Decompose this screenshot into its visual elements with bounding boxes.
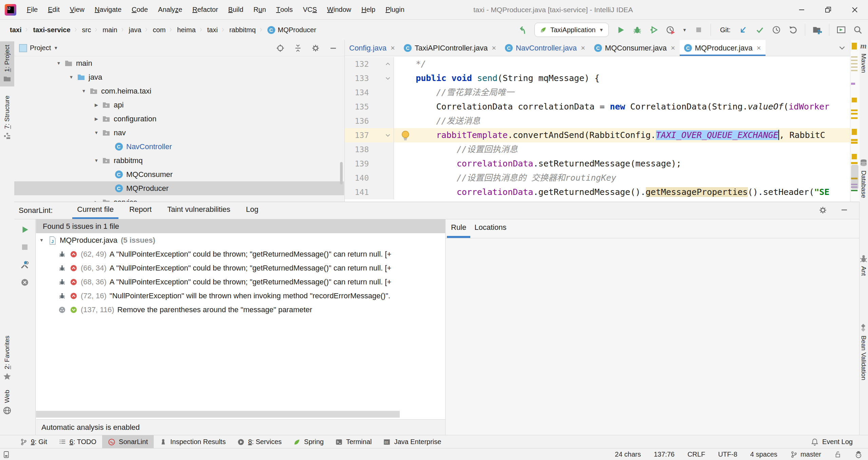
- error-stripe-mark[interactable]: [851, 83, 855, 85]
- code-line[interactable]: 138 //设置回执消息: [345, 142, 850, 157]
- menu-item-view[interactable]: View: [65, 0, 90, 19]
- tree-item-java[interactable]: ▼java: [14, 70, 344, 84]
- menu-item-plugin[interactable]: Plugin: [380, 0, 410, 19]
- editor-tab[interactable]: CTaxiAPIController.java×: [399, 40, 501, 56]
- editor-tab[interactable]: CMQProducer.java×: [680, 40, 766, 56]
- project-scrollbar[interactable]: [340, 162, 343, 184]
- project-structure-button[interactable]: [812, 25, 822, 35]
- menu-item-run[interactable]: Run: [248, 0, 271, 19]
- issue-row[interactable]: (66, 34)A "NullPointerException" could b…: [36, 261, 445, 275]
- error-stripe-mark[interactable]: [851, 70, 857, 71]
- tree-arrow[interactable]: ▶: [92, 116, 101, 121]
- configure-tools-button[interactable]: [20, 260, 30, 269]
- error-stripe-mark[interactable]: [852, 43, 857, 49]
- fold-icon[interactable]: [384, 60, 392, 68]
- git-rollback-button[interactable]: [788, 25, 798, 35]
- tool-window-button-inspection-results[interactable]: Inspection Results: [154, 435, 231, 448]
- debug-button[interactable]: [633, 25, 642, 35]
- tab-close-icon[interactable]: ×: [757, 44, 761, 53]
- error-stripe-mark[interactable]: [851, 66, 857, 68]
- profiler-button[interactable]: [666, 25, 675, 35]
- menu-item-edit[interactable]: Edit: [43, 0, 64, 19]
- editor-error-stripe[interactable]: [850, 40, 860, 202]
- git-commit-button[interactable]: [755, 25, 765, 35]
- tool-window-button----todo[interactable]: 6: TODO: [53, 435, 102, 448]
- breadcrumb-item[interactable]: main: [100, 25, 119, 35]
- tool-window-switcher-icon[interactable]: [3, 451, 11, 459]
- stripe-button-ant[interactable]: Ant: [859, 254, 868, 276]
- tool-window-button-event-log[interactable]: Event Log: [805, 435, 858, 448]
- tool-window-button----git[interactable]: 9: Git: [14, 435, 53, 448]
- tab-close-icon[interactable]: ×: [581, 44, 585, 53]
- breadcrumb-item[interactable]: rabbitmq: [227, 25, 258, 35]
- error-stripe-mark[interactable]: [851, 63, 857, 64]
- tool-window-button-java-enterprise[interactable]: EEJava Enterprise: [377, 435, 447, 448]
- code-line[interactable]: 134 //雪花算法全局唯一: [345, 85, 850, 100]
- code-line[interactable]: 133 public void send(String mqMessage) {: [345, 71, 850, 85]
- menu-item-help[interactable]: Help: [356, 0, 380, 19]
- stripe-button-2--favorites[interactable]: 2: Favorites: [0, 332, 14, 384]
- issue-row[interactable]: (62, 49)A "NullPointerException" could b…: [36, 247, 445, 261]
- status-widget[interactable]: 4 spaces: [750, 451, 777, 458]
- error-stripe-mark[interactable]: [851, 109, 857, 111]
- code-line[interactable]: 135 CorrelationData correlationData = ne…: [345, 100, 850, 114]
- git-branch-widget[interactable]: master: [790, 451, 821, 458]
- tree-item-navcontroller[interactable]: CNavController: [14, 140, 344, 154]
- menu-item-build[interactable]: Build: [223, 0, 248, 19]
- git-history-button[interactable]: [772, 25, 781, 35]
- run-anything-button[interactable]: [836, 25, 846, 35]
- error-stripe-mark[interactable]: [851, 139, 857, 141]
- sonarlint-settings-button[interactable]: [818, 206, 828, 215]
- stripe-button-database[interactable]: Database: [859, 159, 868, 198]
- intention-bulb-icon[interactable]: [399, 129, 409, 141]
- error-stripe-mark[interactable]: [852, 98, 857, 102]
- code-line[interactable]: 139 correlationData.setReturnedMessage(m…: [345, 157, 850, 171]
- issue-row[interactable]: (68, 36)A "NullPointerException" could b…: [36, 275, 445, 289]
- run-with-coverage-button[interactable]: [649, 25, 659, 35]
- rule-tab[interactable]: Locations: [470, 219, 510, 238]
- tree-item-configuration[interactable]: ▶configuration: [14, 112, 344, 126]
- tree-arrow[interactable]: ▼: [67, 75, 76, 80]
- tree-arrow[interactable]: ▼: [92, 158, 101, 163]
- status-widget[interactable]: 24 chars: [615, 451, 641, 458]
- tree-arrow[interactable]: ▶: [92, 102, 101, 107]
- editor-scrollbar-thumb[interactable]: [851, 165, 858, 189]
- git-update-button[interactable]: [738, 25, 748, 35]
- code-line[interactable]: 140 //设置回执消息的 交换器和routingKey: [345, 171, 850, 185]
- tree-arrow[interactable]: ▼: [39, 238, 48, 243]
- issue-file-row[interactable]: ▼ J MQProducer.java (5 issues): [36, 233, 445, 247]
- breadcrumb-item[interactable]: src: [80, 25, 94, 35]
- issues-horizontal-scrollbar[interactable]: [36, 411, 400, 418]
- tab-close-icon[interactable]: ×: [671, 44, 675, 53]
- tree-arrow[interactable]: ▼: [92, 130, 101, 135]
- select-opened-file-button[interactable]: [276, 44, 285, 53]
- editor-tab[interactable]: CNavController.java×: [501, 40, 590, 56]
- menu-item-code[interactable]: Code: [127, 0, 153, 19]
- issue-row[interactable]: (137, 116)Remove the parentheses around …: [36, 303, 445, 317]
- settings-gear-button[interactable]: [311, 44, 320, 53]
- error-stripe-mark[interactable]: [851, 60, 857, 61]
- project-panel-title[interactable]: Project: [30, 44, 51, 52]
- error-stripe-mark[interactable]: [851, 117, 857, 119]
- breadcrumb-item[interactable]: taxi: [205, 25, 220, 35]
- run-button[interactable]: [616, 25, 625, 35]
- collapse-all-button[interactable]: [294, 44, 302, 53]
- tool-window-button-sonarlint[interactable]: SonarLint: [102, 435, 154, 448]
- menu-item-navigate[interactable]: Navigate: [90, 0, 127, 19]
- tree-item-mqconsumer[interactable]: CMQConsumer: [14, 167, 344, 181]
- tree-item-com.heima.taxi[interactable]: ▼com.heima.taxi: [14, 84, 344, 98]
- breadcrumb-item[interactable]: com: [150, 25, 168, 35]
- menu-item-tools[interactable]: Tools: [271, 0, 298, 19]
- breadcrumb-item[interactable]: java: [127, 25, 144, 35]
- code-line[interactable]: 132 */: [345, 57, 850, 71]
- code-line[interactable]: 137 rabbitTemplate.convertAndSend(Rabbit…: [345, 128, 850, 142]
- stripe-button-7--structure[interactable]: 7: Structure: [0, 92, 14, 143]
- tree-arrow[interactable]: ▼: [54, 61, 63, 66]
- search-everywhere-button[interactable]: [853, 25, 863, 35]
- breadcrumb-item[interactable]: taxi: [7, 25, 24, 35]
- editor-tab[interactable]: CMQConsumer.java×: [590, 40, 680, 56]
- error-stripe-mark[interactable]: [851, 190, 857, 191]
- sonarlint-tab[interactable]: Report: [125, 202, 156, 219]
- run-configuration-select[interactable]: TaxiApplication ▼: [534, 23, 609, 37]
- menu-item-window[interactable]: Window: [322, 0, 356, 19]
